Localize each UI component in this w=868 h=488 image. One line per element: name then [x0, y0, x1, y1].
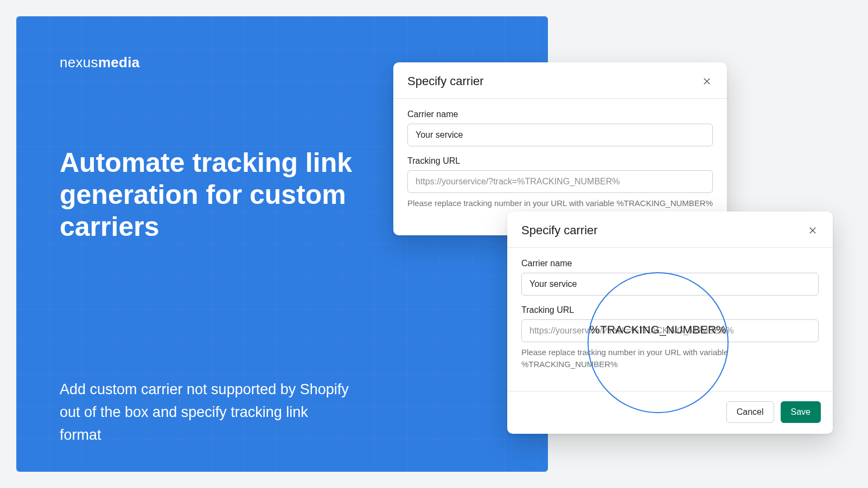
carrier-name-field: Carrier name: [521, 259, 819, 296]
brand-bold: media: [98, 54, 140, 70]
cancel-button[interactable]: Cancel: [726, 401, 774, 423]
modal-title: Specify carrier: [407, 74, 484, 88]
close-icon[interactable]: [807, 224, 819, 236]
save-button[interactable]: Save: [781, 401, 821, 423]
tracking-url-label: Tracking URL: [407, 156, 713, 166]
specify-carrier-modal-front: Specify carrier Carrier name Tracking UR…: [507, 211, 833, 434]
modal-footer: Cancel Save: [507, 391, 833, 434]
tracking-url-help: Please replace tracking number in your U…: [521, 346, 819, 370]
modal-header: Specify carrier: [507, 211, 833, 247]
brand-light: nexus: [60, 54, 98, 70]
carrier-name-label: Carrier name: [407, 110, 713, 119]
modal-header: Specify carrier: [393, 62, 727, 98]
specify-carrier-modal-back: Specify carrier Carrier name Tracking UR…: [393, 62, 727, 235]
tracking-url-input[interactable]: [407, 170, 713, 193]
carrier-name-input[interactable]: [407, 124, 713, 146]
carrier-name-field: Carrier name: [407, 110, 713, 146]
tracking-url-input[interactable]: [521, 319, 819, 342]
headline: Automate tracking link generation for cu…: [60, 147, 396, 243]
carrier-name-label: Carrier name: [521, 259, 819, 268]
modal-body: Carrier name Tracking URL Please replace…: [507, 248, 833, 383]
modal-title: Specify carrier: [521, 223, 598, 237]
tracking-url-field: Tracking URL Please replace tracking num…: [407, 156, 713, 209]
subheadline: Add custom carrier not supported by Shop…: [60, 378, 353, 447]
tracking-url-label: Tracking URL: [521, 305, 819, 315]
tracking-url-field: Tracking URL Please replace tracking num…: [521, 305, 819, 370]
carrier-name-input[interactable]: [521, 273, 819, 296]
tracking-url-help: Please replace tracking number in your U…: [407, 197, 713, 209]
close-icon[interactable]: [701, 75, 713, 87]
